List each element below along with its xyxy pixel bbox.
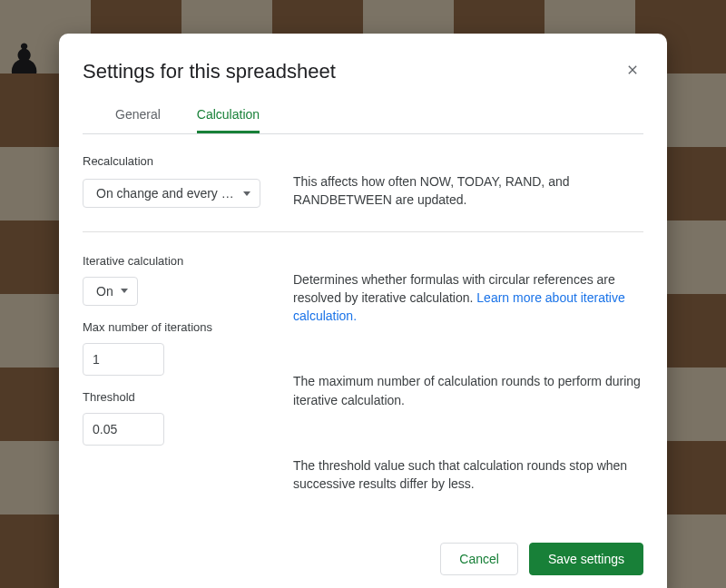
settings-dialog: Settings for this spreadsheet General Ca… (59, 34, 667, 588)
tabs: General Calculation (83, 98, 643, 134)
section-iterative: Iterative calculation On Max number of i… (83, 232, 643, 515)
recalculation-help: This affects how often NOW, TODAY, RAND,… (293, 154, 643, 210)
save-button[interactable]: Save settings (529, 543, 643, 575)
threshold-help: The threshold value such that calculatio… (293, 456, 643, 494)
max-iterations-help: The maximum number of calculation rounds… (293, 372, 643, 409)
close-icon (625, 63, 640, 80)
close-button[interactable] (622, 59, 643, 83)
iterative-help: Determines whether formulas with circula… (293, 270, 643, 326)
iterative-value: On (96, 284, 113, 299)
tab-calculation[interactable]: Calculation (197, 98, 260, 133)
cancel-button[interactable]: Cancel (440, 543, 518, 575)
tab-general[interactable]: General (115, 98, 161, 133)
chevron-down-icon (243, 191, 250, 196)
iterative-label: Iterative calculation (83, 254, 270, 268)
recalculation-value: On change and every min… (96, 186, 236, 201)
dialog-title: Settings for this spreadsheet (83, 60, 336, 83)
recalculation-label: Recalculation (83, 154, 270, 168)
chevron-down-icon (121, 289, 128, 293)
iterative-select[interactable]: On (83, 277, 138, 306)
max-iterations-input[interactable] (83, 343, 164, 376)
recalculation-select[interactable]: On change and every min… (83, 179, 260, 208)
threshold-label: Threshold (83, 390, 270, 404)
max-iterations-label: Max number of iterations (83, 320, 270, 334)
dialog-footer: Cancel Save settings (59, 515, 667, 579)
section-recalculation: Recalculation On change and every min… T… (83, 134, 643, 232)
threshold-input[interactable] (83, 413, 164, 446)
